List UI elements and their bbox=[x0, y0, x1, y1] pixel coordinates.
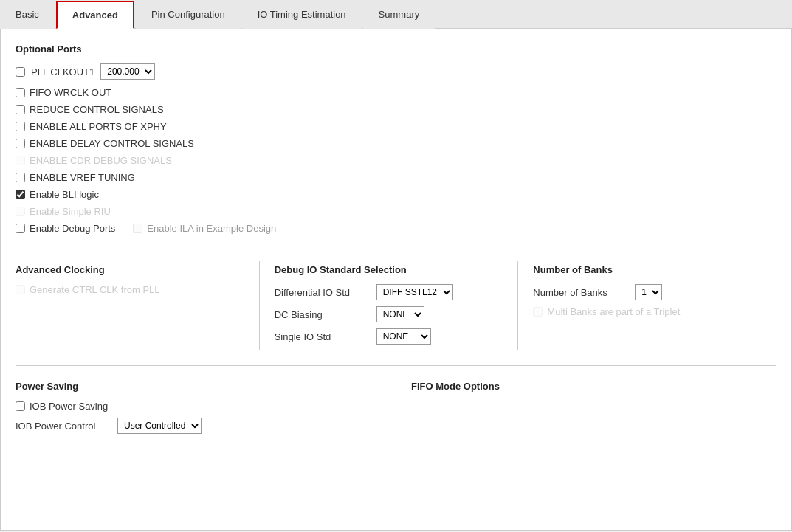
iob-power-control-select[interactable]: User Controlled Automatic bbox=[117, 418, 202, 434]
enable-debug-ports-checkbox[interactable] bbox=[16, 224, 25, 233]
tab-bar: Basic Advanced Pin Configuration IO Timi… bbox=[0, 0, 792, 29]
enable-riu-row: Enable Simple RIU bbox=[16, 206, 776, 217]
dc-biasing-row: DC Biasing NONE LOW HIGH bbox=[275, 306, 503, 322]
enable-bli-row: Enable BLI logic bbox=[16, 189, 776, 200]
tab-content: Optional Ports PLL CLKOUT1 200.000 100.0… bbox=[0, 29, 792, 531]
tab-advanced[interactable]: Advanced bbox=[56, 1, 134, 29]
reduce-control-label[interactable]: REDUCE CONTROL SIGNALS bbox=[16, 104, 164, 115]
iob-power-saving-checkbox[interactable] bbox=[16, 401, 25, 411]
differential-io-std-row: Differential IO Std DIFF SSTL12 DIFF SST… bbox=[275, 284, 503, 300]
enable-delay-checkbox[interactable] bbox=[16, 139, 25, 148]
fifo-mode-col: FIFO Mode Options bbox=[411, 378, 776, 440]
power-fifo-section: Power Saving IOB Power Saving IOB Power … bbox=[16, 365, 776, 440]
enable-cdr-checkbox bbox=[16, 156, 25, 165]
power-saving-col: Power Saving IOB Power Saving IOB Power … bbox=[16, 378, 396, 440]
reduce-control-row: REDUCE CONTROL SIGNALS bbox=[16, 104, 776, 115]
number-of-banks-col: Number of Banks Number of Banks 1 2 3 4 … bbox=[533, 261, 776, 350]
enable-bli-checkbox[interactable] bbox=[16, 190, 25, 199]
number-of-banks-row: Number of Banks 1 2 3 4 bbox=[533, 284, 762, 300]
differential-io-std-select[interactable]: DIFF SSTL12 DIFF SSTL15 DIFF HSTL_I bbox=[376, 284, 453, 300]
enable-xphy-row: ENABLE ALL PORTS OF XPHY bbox=[16, 121, 776, 132]
advanced-columns: Advanced Clocking Generate CTRL CLK from… bbox=[16, 249, 776, 350]
fifo-mode-title: FIFO Mode Options bbox=[411, 381, 776, 392]
debug-ports-row: Enable Debug Ports Enable ILA in Example… bbox=[16, 223, 776, 234]
dc-biasing-select[interactable]: NONE LOW HIGH bbox=[376, 306, 424, 322]
enable-vref-checkbox[interactable] bbox=[16, 173, 25, 182]
number-of-banks-label: Number of Banks bbox=[533, 287, 629, 298]
pll-clkout1-label[interactable]: PLL CLKOUT1 bbox=[31, 66, 94, 77]
iob-power-control-label: IOB Power Control bbox=[16, 421, 111, 432]
enable-ila-label: Enable ILA in Example Design bbox=[133, 223, 276, 234]
generate-ctrl-clk-row: Generate CTRL CLK from PLL bbox=[16, 284, 244, 295]
generate-ctrl-clk-checkbox bbox=[16, 285, 25, 294]
pll-clkout1-row: PLL CLKOUT1 200.000 100.000 150.000 bbox=[16, 63, 776, 80]
tab-summary[interactable]: Summary bbox=[363, 1, 435, 29]
optional-ports-section: Optional Ports PLL CLKOUT1 200.000 100.0… bbox=[16, 44, 776, 234]
enable-vref-label[interactable]: ENABLE VREF TUNING bbox=[16, 172, 135, 183]
iob-power-saving-row: IOB Power Saving bbox=[16, 401, 381, 412]
enable-cdr-label: ENABLE CDR DEBUG SIGNALS bbox=[16, 155, 172, 166]
enable-vref-row: ENABLE VREF TUNING bbox=[16, 172, 776, 183]
tab-basic[interactable]: Basic bbox=[0, 1, 55, 29]
enable-delay-row: ENABLE DELAY CONTROL SIGNALS bbox=[16, 138, 776, 149]
debug-io-title: Debug IO Standard Selection bbox=[275, 264, 503, 275]
fifo-wrclk-row: FIFO WRCLK OUT bbox=[16, 87, 776, 98]
differential-io-std-label: Differential IO Std bbox=[275, 287, 371, 298]
enable-bli-label[interactable]: Enable BLI logic bbox=[16, 189, 99, 200]
enable-ila-checkbox bbox=[133, 224, 142, 233]
fifo-wrclk-checkbox[interactable] bbox=[16, 88, 25, 97]
iob-power-saving-label[interactable]: IOB Power Saving bbox=[16, 401, 108, 412]
tabs-container: Basic Advanced Pin Configuration IO Timi… bbox=[0, 0, 792, 531]
iob-power-control-row: IOB Power Control User Controlled Automa… bbox=[16, 418, 381, 434]
optional-ports-title: Optional Ports bbox=[16, 44, 776, 55]
generate-ctrl-clk-label: Generate CTRL CLK from PLL bbox=[16, 284, 160, 295]
dc-biasing-label: DC Biasing bbox=[275, 309, 371, 320]
multi-banks-row: Multi Banks are part of a Triplet bbox=[533, 306, 762, 317]
single-io-std-select[interactable]: NONE SSTL12 SSTL15 bbox=[376, 328, 431, 345]
power-saving-title: Power Saving bbox=[16, 381, 381, 392]
fifo-wrclk-label[interactable]: FIFO WRCLK OUT bbox=[16, 87, 111, 98]
tab-io-timing-estimation[interactable]: IO Timing Estimation bbox=[242, 1, 362, 29]
enable-riu-checkbox bbox=[16, 207, 25, 216]
enable-cdr-row: ENABLE CDR DEBUG SIGNALS bbox=[16, 155, 776, 166]
enable-delay-label[interactable]: ENABLE DELAY CONTROL SIGNALS bbox=[16, 138, 194, 149]
enable-xphy-checkbox[interactable] bbox=[16, 122, 25, 131]
enable-riu-label: Enable Simple RIU bbox=[16, 206, 111, 217]
number-of-banks-select[interactable]: 1 2 3 4 bbox=[635, 284, 662, 300]
advanced-clocking-title: Advanced Clocking bbox=[16, 264, 244, 275]
debug-io-col: Debug IO Standard Selection Differential… bbox=[275, 261, 519, 350]
enable-xphy-label[interactable]: ENABLE ALL PORTS OF XPHY bbox=[16, 121, 167, 132]
advanced-clocking-col: Advanced Clocking Generate CTRL CLK from… bbox=[16, 261, 260, 350]
number-of-banks-title: Number of Banks bbox=[533, 264, 762, 275]
enable-debug-ports-label[interactable]: Enable Debug Ports bbox=[16, 223, 115, 234]
pll-clkout1-frequency-select[interactable]: 200.000 100.000 150.000 bbox=[100, 63, 155, 80]
multi-banks-label: Multi Banks are part of a Triplet bbox=[533, 306, 680, 317]
reduce-control-checkbox[interactable] bbox=[16, 105, 25, 114]
single-io-std-label: Single IO Std bbox=[275, 331, 371, 342]
multi-banks-checkbox bbox=[533, 307, 543, 317]
single-io-std-row: Single IO Std NONE SSTL12 SSTL15 bbox=[275, 328, 503, 345]
tab-pin-configuration[interactable]: Pin Configuration bbox=[136, 1, 241, 29]
pll-clkout1-checkbox[interactable] bbox=[16, 67, 25, 77]
